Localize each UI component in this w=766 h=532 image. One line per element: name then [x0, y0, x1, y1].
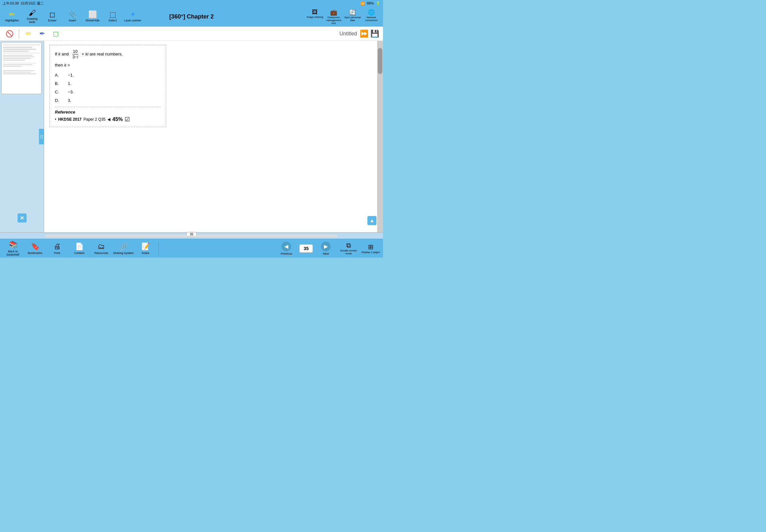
- document-title: [360°] Chapter 2: [169, 13, 213, 20]
- previous-button[interactable]: ◀ Previous: [276, 240, 297, 257]
- print-button[interactable]: 🖨 Print: [47, 240, 67, 257]
- blue-pen-button[interactable]: ✒: [37, 28, 48, 39]
- battery-level: 88%: [367, 1, 374, 5]
- display-pages-button[interactable]: ⊞ Display 2 pages: [361, 243, 380, 254]
- reference-row: • HKDSE 2017 Paper 2 Q35 ◀ 45% ☑: [55, 116, 161, 123]
- print-label: Print: [54, 251, 60, 255]
- option-c: C. −3.: [55, 88, 161, 96]
- notes-icon: 📝: [141, 242, 150, 251]
- back-to-bookshelf-button[interactable]: 📚 Back to bookshelf: [3, 240, 23, 257]
- bookmarks-icon: 🔖: [31, 242, 40, 251]
- reference-item: Paper 2 Q35: [83, 117, 105, 122]
- options-list: A. −1. B. 1. C. −3. D. 3.: [55, 71, 161, 105]
- notes-button[interactable]: 📝 Notes: [135, 240, 156, 257]
- display-pages-icon: ⊞: [368, 243, 373, 251]
- select-icon: ⬚: [109, 11, 116, 18]
- thumbnail-area: [0, 41, 44, 232]
- fraction-numerator: 10: [72, 49, 78, 54]
- top-toolbar: ✏ Highlighter 🖌 Drawing tools ◻ Eraser 📎…: [0, 6, 383, 27]
- annotation-title: Untitled: [339, 31, 357, 37]
- canvas-area[interactable]: If k and 10 3−i + ki are real numbers, t…: [44, 41, 383, 232]
- bookshelf-icon: 📚: [9, 241, 18, 249]
- notes-label: Notes: [141, 251, 149, 255]
- highlighter-button[interactable]: ✏ Highlighter: [3, 7, 21, 26]
- option-b-value: 1.: [68, 79, 71, 88]
- progress-bar: 35: [0, 232, 383, 239]
- show-hide-icon: ⬜: [88, 11, 97, 18]
- yellow-highlighter-button[interactable]: ✏: [23, 28, 34, 39]
- reference-percent: 45%: [112, 116, 123, 122]
- network-button[interactable]: 🌐 Network connection: [362, 9, 380, 25]
- laser-icon: ✦: [130, 11, 136, 18]
- sync-button[interactable]: 🔄 Sync personal data: [343, 9, 361, 25]
- content-icon: 📄: [75, 242, 84, 251]
- bottom-toolbar: 📚 Back to bookshelf 🔖 Bookmarks 🖨 Print …: [0, 239, 383, 258]
- classroom-label: Classroom management tool: [324, 16, 343, 25]
- date-display: 10月15日 週二: [21, 1, 44, 6]
- scrollbar[interactable]: [377, 41, 383, 232]
- sharing-system-button[interactable]: 🔗 Sharing System: [113, 240, 134, 257]
- current-page-number[interactable]: 35: [299, 244, 313, 253]
- page-thumbnail[interactable]: [1, 42, 42, 94]
- select-button[interactable]: ⬚ Select: [103, 7, 122, 26]
- previous-icon: ◀: [281, 242, 291, 251]
- sidebar-panel: ✕ ⟨⟩: [0, 41, 44, 232]
- display-pages-label: Display 2 pages: [361, 251, 380, 254]
- save-icon[interactable]: 💾: [370, 30, 379, 38]
- annotation-right-icons: ⏩ 💾: [359, 30, 379, 38]
- top-right-tools: 🖼 Image sharing 💼 Classroom management t…: [306, 9, 380, 25]
- eraser-label: Eraser: [48, 19, 57, 22]
- option-b: B. 1.: [55, 79, 161, 88]
- reference-year: HKDSE 2017: [58, 117, 81, 122]
- option-c-value: −3.: [68, 88, 74, 96]
- time-display: 上午10:39: [3, 1, 19, 6]
- question-line2: then k =: [55, 61, 161, 69]
- highlighter-label: Highlighter: [5, 19, 19, 22]
- reference-section: Reference • HKDSE 2017 Paper 2 Q35 ◀ 45%…: [55, 107, 161, 123]
- next-button[interactable]: ▶ Next: [315, 240, 336, 257]
- collapse-handle[interactable]: ⟨⟩: [39, 129, 44, 144]
- thumbnail-content: [2, 42, 41, 76]
- option-b-label: B.: [55, 79, 63, 88]
- progress-track: 35: [45, 235, 337, 237]
- option-d: D. 3.: [55, 96, 161, 105]
- classroom-icon: 💼: [330, 9, 337, 16]
- insert-button[interactable]: 📎 Insert: [63, 7, 82, 26]
- content-button[interactable]: 📄 Content: [69, 240, 90, 257]
- insert-icon: 📎: [68, 11, 77, 18]
- option-c-label: C.: [55, 88, 63, 96]
- show-hide-label: Show/Hide: [85, 19, 100, 22]
- status-bar: 上午10:39 10月15日 週二 📶 88% 🔋: [0, 0, 383, 6]
- option-a: A. −1.: [55, 71, 161, 79]
- show-hide-button[interactable]: ⬜ Show/Hide: [83, 7, 102, 26]
- green-eraser-button[interactable]: ◻: [50, 28, 61, 39]
- scroll-up-button[interactable]: ▲: [367, 216, 376, 225]
- forward-icon[interactable]: ⏩: [359, 30, 368, 38]
- fraction-denominator: 3−i: [72, 54, 79, 60]
- sharing-icon: 🔗: [119, 242, 128, 251]
- drawing-label: Drawing tools: [23, 17, 41, 24]
- no-annotation-button[interactable]: 🚫: [4, 28, 15, 39]
- main-area: ✕ ⟨⟩ If k and 10 3−i + ki are real numbe…: [0, 41, 383, 232]
- highlighter-icon: ✏: [9, 11, 15, 18]
- image-sharing-button[interactable]: 🖼 Image sharing: [306, 9, 324, 25]
- network-label: Network connection: [362, 16, 380, 22]
- classroom-mgmt-button[interactable]: 💼 Classroom management tool: [324, 9, 343, 25]
- close-sidebar-button[interactable]: ✕: [18, 213, 27, 223]
- question-text: If k and 10 3−i + ki are real numbers,: [55, 49, 161, 59]
- resources-button[interactable]: 🗂 Resources: [91, 240, 112, 257]
- scroll-thumb[interactable]: [378, 48, 382, 74]
- eraser-button[interactable]: ◻ Eraser: [43, 7, 62, 26]
- bookmarks-button[interactable]: 🔖 Bookmarks: [25, 240, 45, 257]
- bottom-divider: [158, 242, 159, 255]
- eraser-icon: ◻: [49, 11, 55, 18]
- drawing-tools-button[interactable]: 🖌 Drawing tools: [23, 7, 42, 26]
- double-screen-button[interactable]: ⧉ Double screen mode: [339, 242, 358, 255]
- previous-label: Previous: [281, 252, 292, 255]
- select-label: Select: [108, 19, 116, 22]
- sharing-label: Sharing System: [113, 251, 134, 255]
- next-label: Next: [323, 252, 329, 255]
- arrow-left-icon: ◀: [107, 117, 110, 122]
- laser-pointer-button[interactable]: ✦ Laser pointer: [123, 7, 142, 26]
- page-indicator: 35: [186, 232, 197, 237]
